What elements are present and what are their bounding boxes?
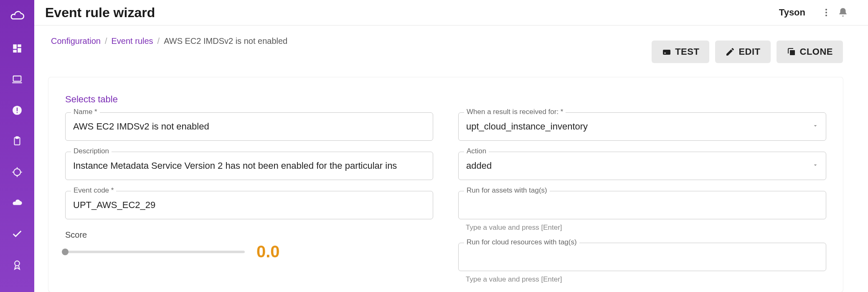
clipboard-icon[interactable] bbox=[9, 133, 25, 150]
edit-button[interactable]: EDIT bbox=[715, 41, 770, 63]
breadcrumb-event-rules[interactable]: Event rules bbox=[112, 36, 153, 46]
score-section: Score 0.0 bbox=[65, 230, 433, 261]
svg-rect-17 bbox=[790, 50, 795, 55]
svg-rect-0 bbox=[13, 44, 17, 49]
bell-icon[interactable] bbox=[835, 4, 851, 21]
target-icon[interactable] bbox=[9, 164, 25, 180]
main: Event rule wizard Tyson Configuration / … bbox=[34, 0, 868, 292]
breadcrumb-configuration[interactable]: Configuration bbox=[51, 36, 101, 46]
event-code-field: Event code * bbox=[65, 191, 433, 219]
action-select[interactable] bbox=[458, 152, 826, 180]
check-icon[interactable] bbox=[9, 226, 25, 242]
svg-rect-4 bbox=[13, 76, 21, 81]
svg-rect-3 bbox=[13, 50, 17, 53]
page-title: Event rule wizard bbox=[45, 5, 155, 20]
svg-point-14 bbox=[825, 15, 827, 16]
action-buttons: TEST EDIT CLONE bbox=[652, 41, 843, 63]
kebab-menu-icon[interactable] bbox=[818, 4, 835, 21]
test-button-label: TEST bbox=[675, 46, 699, 57]
svg-rect-6 bbox=[17, 108, 18, 112]
name-field: Name * bbox=[65, 112, 433, 141]
svg-point-13 bbox=[825, 12, 827, 13]
topbar: Event rule wizard Tyson bbox=[34, 0, 868, 25]
cloud-tags-hint: Type a value and press [Enter] bbox=[466, 275, 826, 284]
cloud-tags-input[interactable] bbox=[458, 243, 826, 271]
event-code-label: Event code * bbox=[71, 186, 116, 195]
assets-tags-input[interactable] bbox=[458, 191, 826, 219]
svg-rect-7 bbox=[17, 112, 18, 113]
award-icon[interactable] bbox=[9, 256, 25, 273]
clone-button[interactable]: CLONE bbox=[777, 41, 843, 63]
form-left-column: Name * Description Event code * Score bbox=[65, 112, 433, 284]
description-input[interactable] bbox=[65, 152, 433, 180]
assets-tags-label: Run for assets with tag(s) bbox=[464, 186, 550, 195]
cloud-tags-label: Run for cloud resources with tag(s) bbox=[464, 238, 579, 246]
action-field: Action bbox=[458, 152, 826, 180]
clone-icon bbox=[787, 47, 797, 57]
svg-rect-9 bbox=[16, 137, 19, 138]
dashboard-icon[interactable] bbox=[9, 40, 25, 57]
action-label: Action bbox=[464, 147, 489, 155]
cloud-icon[interactable] bbox=[9, 195, 25, 211]
user-name[interactable]: Tyson bbox=[779, 7, 805, 18]
edit-button-label: EDIT bbox=[739, 46, 760, 57]
breadcrumb-separator: / bbox=[105, 36, 107, 46]
svg-point-12 bbox=[825, 9, 827, 10]
svg-point-11 bbox=[15, 261, 20, 266]
description-field: Description bbox=[65, 152, 433, 180]
svg-rect-1 bbox=[18, 44, 21, 47]
cloud-tags-field: Run for cloud resources with tag(s) bbox=[458, 243, 826, 271]
when-select[interactable] bbox=[458, 112, 826, 141]
header-row: Configuration / Event rules / AWS EC2 IM… bbox=[34, 25, 868, 63]
edit-icon bbox=[725, 47, 735, 57]
svg-point-10 bbox=[14, 169, 20, 175]
test-button[interactable]: TEST bbox=[652, 41, 709, 63]
score-label: Score bbox=[65, 230, 433, 240]
when-label: When a result is received for: * bbox=[464, 108, 566, 116]
form-card: Selects table Name * Description Event c… bbox=[48, 77, 843, 292]
form-right-column: When a result is received for: * Action bbox=[458, 112, 826, 284]
event-code-input[interactable] bbox=[65, 191, 433, 219]
logo-cloud-icon bbox=[9, 9, 25, 26]
assets-tags-field: Run for assets with tag(s) bbox=[458, 191, 826, 219]
name-label: Name * bbox=[71, 108, 100, 116]
breadcrumb-current: AWS EC2 IMDSv2 is not enabled bbox=[164, 36, 287, 46]
slider-thumb[interactable] bbox=[62, 249, 69, 255]
svg-rect-2 bbox=[18, 48, 21, 53]
svg-rect-15 bbox=[663, 50, 670, 55]
score-value: 0.0 bbox=[256, 242, 280, 261]
clone-button-label: CLONE bbox=[800, 46, 833, 57]
laptop-icon[interactable] bbox=[9, 71, 25, 88]
breadcrumb: Configuration / Event rules / AWS EC2 IM… bbox=[51, 36, 287, 46]
selects-table-heading: Selects table bbox=[65, 94, 826, 105]
test-icon bbox=[662, 47, 672, 57]
breadcrumb-separator: / bbox=[157, 36, 160, 46]
description-label: Description bbox=[71, 147, 112, 155]
sidebar bbox=[0, 0, 34, 292]
name-input[interactable] bbox=[65, 112, 433, 141]
svg-rect-16 bbox=[664, 53, 666, 53]
score-slider[interactable] bbox=[65, 251, 245, 253]
alert-icon[interactable] bbox=[9, 102, 25, 119]
assets-tags-hint: Type a value and press [Enter] bbox=[466, 223, 826, 232]
when-field: When a result is received for: * bbox=[458, 112, 826, 141]
